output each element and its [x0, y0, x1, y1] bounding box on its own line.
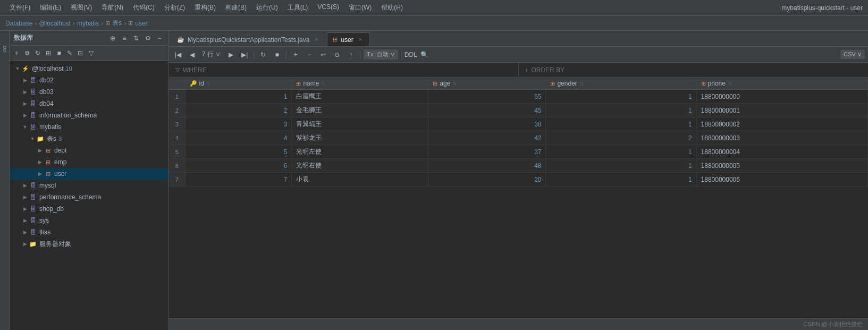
toolbar-last[interactable]: ▶|	[239, 49, 250, 61]
db-toolbar-refresh[interactable]: ↻	[33, 48, 43, 58]
db-toolbar-edit[interactable]: ✎	[65, 48, 74, 58]
toolbar-csv[interactable]: CSV ∨	[840, 50, 865, 59]
db-toolbar-console[interactable]: ⊡	[75, 48, 85, 58]
td-phone[interactable]: 18800000000	[696, 90, 867, 104]
td-gender[interactable]: 1	[546, 117, 696, 131]
table-row[interactable]: 3 3 青翼蝠王 38 1 18800000002	[169, 117, 868, 131]
toolbar-ddl[interactable]: DDL	[405, 49, 417, 61]
td-name[interactable]: 青翼蝠王	[292, 117, 428, 131]
th-gender-sort[interactable]: ⇅	[579, 81, 584, 87]
menu-build[interactable]: 构建(B)	[221, 2, 251, 13]
tree-item-information-schema[interactable]: ▶ 🗄 information_schema	[10, 109, 168, 121]
table-row[interactable]: 6 6 光明右使 48 1 18800000005	[169, 159, 868, 173]
td-phone[interactable]: 18800000001	[696, 104, 867, 117]
td-id[interactable]: 6	[185, 159, 292, 173]
td-age[interactable]: 20	[428, 173, 546, 187]
td-name[interactable]: 金毛狮王	[292, 104, 428, 117]
td-age[interactable]: 45	[428, 104, 546, 117]
breadcrumb-tables[interactable]: 表s	[112, 19, 122, 28]
toolbar-stop[interactable]: ■	[271, 49, 283, 61]
tab-java[interactable]: ☕ MybatisplusQuickstartApplicationTests.…	[171, 32, 326, 46]
tree-item-db03[interactable]: ▶ 🗄 db03	[10, 86, 168, 98]
tree-item-mybatis[interactable]: ▼ 🗄 mybatis	[10, 121, 168, 133]
breadcrumb-mybatis[interactable]: mybatis	[77, 20, 99, 27]
td-gender[interactable]: 2	[546, 131, 696, 145]
tree-item-tables-folder[interactable]: ▼ 📁 表s 3	[10, 133, 168, 145]
menu-help[interactable]: 帮助(H)	[377, 2, 407, 13]
td-id[interactable]: 4	[185, 131, 292, 145]
th-id[interactable]: 🔑 id ⇅	[185, 78, 292, 90]
tab-java-close[interactable]: ×	[313, 36, 320, 44]
toolbar-prev[interactable]: ◀	[186, 49, 198, 61]
td-name[interactable]: 光明右使	[292, 159, 428, 173]
db-settings-button[interactable]: ⚙	[143, 33, 153, 43]
th-phone-sort[interactable]: ⇅	[728, 81, 732, 87]
td-id[interactable]: 1	[185, 90, 292, 104]
toolbar-refresh[interactable]: ↻	[257, 49, 269, 61]
tree-item-mysql[interactable]: ▶ 🗄 mysql	[10, 180, 168, 191]
td-gender[interactable]: 1	[546, 173, 696, 187]
table-row[interactable]: 1 1 白眉鹰王 55 1 18800000000	[169, 90, 868, 104]
td-id[interactable]: 3	[185, 117, 292, 131]
db-toolbar-filter[interactable]: ▽	[86, 48, 96, 58]
tree-item-shopdb[interactable]: ▶ 🗄 shop_db	[10, 203, 168, 215]
db-toolbar-stop[interactable]: ■	[54, 48, 64, 58]
tree-item-db02[interactable]: ▶ 🗄 db02	[10, 74, 168, 86]
tree-item-server-objects[interactable]: ▶ 📁 服务器对象	[10, 238, 168, 250]
td-id[interactable]: 2	[185, 104, 292, 117]
toolbar-delete-row[interactable]: −	[304, 49, 315, 61]
th-phone[interactable]: ⊞ phone ⇅	[696, 78, 867, 90]
td-age[interactable]: 38	[428, 117, 546, 131]
td-gender[interactable]: 1	[546, 90, 696, 104]
tree-item-emp[interactable]: ▶ ⊞ emp	[10, 156, 168, 168]
tree-item-perfschema[interactable]: ▶ 🗄 performance_schema	[10, 191, 168, 203]
table-row[interactable]: 7 7 小袁 20 1 18800000006	[169, 173, 868, 187]
db-toolbar-copy[interactable]: ⧉	[22, 48, 32, 58]
td-age[interactable]: 48	[428, 159, 546, 173]
db-sort-button[interactable]: ⇅	[131, 33, 141, 43]
td-phone[interactable]: 18800000005	[696, 159, 867, 173]
table-row[interactable]: 5 5 光明左使 37 1 18800000004	[169, 145, 868, 159]
tree-item-user[interactable]: ▶ ⊞ user	[10, 168, 168, 180]
td-id[interactable]: 7	[185, 173, 292, 187]
breadcrumb-localhost[interactable]: @localhost	[39, 20, 71, 27]
db-toolbar-schema[interactable]: ⊞	[44, 48, 53, 58]
td-name[interactable]: 光明左使	[292, 145, 428, 159]
breadcrumb-database[interactable]: Database	[5, 20, 32, 27]
menu-file[interactable]: 文件(F)	[5, 2, 35, 13]
menu-edit[interactable]: 编辑(E)	[36, 2, 65, 13]
breadcrumb-user[interactable]: user	[135, 20, 147, 27]
th-name[interactable]: ⊞ name ⇅	[292, 78, 428, 90]
td-gender[interactable]: 1	[546, 104, 696, 117]
tree-item-localhost[interactable]: ▼ ⚡ @localhost 10	[10, 63, 168, 74]
toolbar-tx[interactable]: Tx: 自动 ∨	[364, 49, 398, 60]
td-phone[interactable]: 18800000002	[696, 117, 867, 131]
menu-navigate[interactable]: 导航(N)	[97, 2, 128, 13]
menu-refactor[interactable]: 重构(B)	[190, 2, 220, 13]
menu-run[interactable]: 运行(U)	[252, 2, 282, 13]
menu-analyze[interactable]: 分析(Z)	[160, 2, 189, 13]
toolbar-revert[interactable]: ↩	[317, 49, 329, 61]
th-name-sort[interactable]: ⇅	[321, 81, 325, 87]
toolbar-submit[interactable]: ⊙	[331, 49, 343, 61]
sidebar-tab-db[interactable]: DB	[1, 33, 9, 65]
db-toolbar-add[interactable]: +	[12, 48, 21, 58]
tree-item-tlias[interactable]: ▶ 🗄 tlias	[10, 226, 168, 238]
th-age[interactable]: ⊞ age ⇅	[428, 78, 546, 90]
td-gender[interactable]: 1	[546, 145, 696, 159]
th-id-sort[interactable]: ⇅	[206, 81, 210, 87]
toolbar-search[interactable]: 🔍	[419, 49, 431, 61]
menu-vcs[interactable]: VCS(S)	[313, 2, 343, 13]
toolbar-up[interactable]: ↑	[345, 49, 357, 61]
tree-item-dept[interactable]: ▶ ⊞ dept	[10, 145, 168, 156]
td-name[interactable]: 小袁	[292, 173, 428, 187]
menu-tools[interactable]: 工具(L)	[283, 2, 313, 13]
toolbar-first[interactable]: |◀	[172, 49, 184, 61]
tab-user[interactable]: ⊞ user ×	[327, 32, 369, 46]
th-gender[interactable]: ⊞ gender ⇅	[546, 78, 696, 90]
td-phone[interactable]: 18800000006	[696, 173, 867, 187]
td-id[interactable]: 5	[185, 145, 292, 159]
td-age[interactable]: 55	[428, 90, 546, 104]
td-age[interactable]: 42	[428, 131, 546, 145]
menu-code[interactable]: 代码(C)	[129, 2, 159, 13]
